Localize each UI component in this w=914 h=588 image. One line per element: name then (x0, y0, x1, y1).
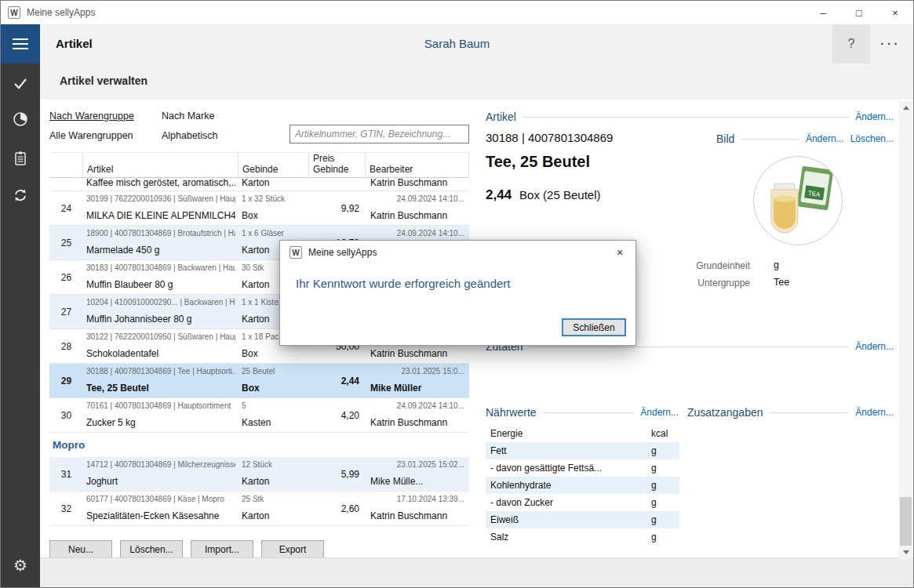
delete-button[interactable]: Löschen... (120, 540, 183, 558)
nutrient-row: - davon gesättigte Fettsä...g (486, 459, 679, 477)
scrollbar-thumb[interactable] (900, 497, 912, 546)
cell-artikel: 30199 | 7622200010936 | Süßwaren | Haup.… (83, 191, 239, 225)
gebinde-einheit: Box (242, 210, 306, 221)
zutaten-change-link[interactable]: Ändern... (855, 341, 894, 352)
untergruppe-value: Tee (774, 277, 789, 288)
more-options-button[interactable]: ··· (872, 24, 907, 64)
arrow-up-icon (903, 106, 909, 110)
zusatzangaben-change-link[interactable]: Ändern... (855, 407, 894, 418)
vertical-scrollbar[interactable] (899, 101, 912, 559)
nutrient-unit: g (651, 514, 679, 525)
bearbeiter-name: Katrin Buschmann (370, 348, 464, 359)
close-button[interactable]: × (877, 1, 913, 24)
cell-artikel: Kaffee misch geröstet, aromatisch,... (83, 178, 239, 191)
artikel-change-link[interactable]: Ändern... (855, 111, 894, 122)
article-name: Tee, 25 Beutel (486, 153, 590, 171)
gebinde-einheit: Kasten (242, 417, 306, 428)
sidebar-item-tasks[interactable] (1, 67, 40, 99)
cell-row-number: 25 (49, 226, 83, 260)
import-button[interactable]: Import... (191, 540, 253, 558)
table-row[interactable]: Kaffee misch geröstet, aromatisch,...Kar… (49, 178, 469, 191)
naehrwerte-section-header: Nährwerte Ändern... (486, 406, 679, 419)
col-header-number[interactable] (49, 153, 83, 177)
table-row[interactable]: 2430199 | 7622200010936 | Süßwaren | Hau… (49, 191, 469, 226)
sidebar-item-statistics[interactable] (1, 103, 40, 135)
filter-all-warengruppen[interactable]: Alle Warengruppen (49, 130, 133, 141)
table-row[interactable]: 3114712 | 4007801304869 | Milcherzeugnis… (49, 457, 469, 492)
artikel-meta: 10204 | 4100910000290... | Backwaren | H… (86, 298, 235, 307)
bearbeiter-name: Katrin Buschmann (370, 417, 464, 428)
search-input[interactable] (289, 125, 469, 143)
nutrient-row: - davon Zuckerg (486, 494, 679, 511)
artikel-name: Zucker 5 kg (86, 417, 235, 428)
gebinde-menge: 1 x 32 Stück (242, 194, 306, 204)
cell-preis: 2,44 (309, 364, 366, 397)
dialog-schliessen-button[interactable]: Schließen (562, 318, 626, 336)
filter-by-warengruppe[interactable]: Nach Warengruppe (49, 111, 134, 122)
naehrwerte-section-title: Nährwerte (486, 406, 537, 419)
artikel-name: Tee, 25 Beutel (86, 383, 235, 394)
table-row-clipped[interactable]: Kaffee misch geröstet, aromatisch,...Kar… (49, 178, 469, 191)
bild-change-link[interactable]: Ändern... (806, 133, 844, 144)
gebinde-menge: 25 Beutel (242, 367, 306, 376)
artikel-name: Marmelade 450 g (86, 245, 235, 256)
dialog-message: Ihr Kenntwort wurde erforgreich geändert (296, 277, 510, 290)
help-button[interactable]: ? (832, 24, 870, 64)
divider (523, 117, 849, 118)
hamburger-menu-button[interactable] (1, 24, 40, 64)
artikel-name: Spezialitäten-Ecken Käsesahne (86, 510, 235, 521)
filter-by-marke[interactable]: Nach Marke (162, 111, 214, 122)
article-id-gtin: 30188 | 4007801304869 (486, 131, 613, 144)
cell-gebinde: Karton (239, 178, 309, 191)
bild-section-header: Bild Ändern... Löschen... (716, 132, 894, 145)
table-row[interactable]: 3070161 | 4007801304869 | Hauptsortiment… (49, 398, 469, 433)
maximize-button[interactable]: □ (841, 1, 877, 24)
nutrient-row: Eiweißg (486, 511, 679, 528)
col-header-bearbeiter[interactable]: Bearbeiter (366, 153, 469, 177)
cell-bearbeiter: 17.10.2024 13:39...Katrin Buschmann (366, 492, 469, 525)
scroll-down-button[interactable] (899, 546, 912, 559)
scroll-up-button[interactable] (899, 101, 912, 114)
cell-bearbeiter: 23.01.2025 15:0...Mike Müller (366, 364, 469, 397)
window-title: Meine sellyApps (27, 7, 95, 18)
app-window: { "window": { "title": "Meine sellyApps"… (0, 0, 914, 588)
cell-bearbeiter: 24.09.2024 14:10...Katrin Buschmann (366, 398, 469, 432)
untergruppe-label: Untergruppe (690, 278, 750, 289)
dialog-close-icon[interactable]: × (604, 241, 635, 264)
bild-delete-link[interactable]: Löschen... (850, 133, 894, 144)
nutrient-name: - davon gesättigte Fettsä... (486, 463, 651, 474)
arrow-down-icon (903, 550, 909, 554)
nutrient-name: Fett (486, 445, 651, 456)
cell-gebinde: 25 BeutelBox (239, 364, 309, 397)
article-price: 2,44 (486, 187, 512, 203)
message-dialog: W Meine sellyApps × Ihr Kenntwort wurde … (279, 240, 636, 346)
table-row[interactable]: 3260177 | 4007801304869 | Käse | MoproSp… (49, 492, 469, 526)
artikel-meta: 14712 | 4007801304869 | Milcherzeugnisse… (86, 460, 235, 470)
cell-artikel: 18900 | 4007801304869 | Brotaufstrich | … (83, 226, 239, 260)
export-button[interactable]: Export (261, 540, 324, 558)
filter-alphabetical[interactable]: Alphabetisch (162, 130, 218, 141)
bearbeiter-datum: 23.01.2025 15:02... (370, 460, 464, 470)
bild-section-title: Bild (716, 132, 734, 145)
bearbeiter-datum: 17.10.2024 13:39... (370, 495, 464, 504)
table-header-row: Artikel Gebinde PreisGebinde Bearbeiter (49, 152, 469, 178)
user-name-button[interactable]: Sarah Baum (424, 24, 490, 64)
table-row[interactable]: 2930188 | 4007801304869 | Tee | Hauptsor… (49, 364, 469, 398)
col-header-preis-gebinde[interactable]: PreisGebinde (309, 153, 366, 177)
bearbeiter-datum: 24.09.2024 14:10... (370, 401, 464, 411)
col-header-artikel[interactable]: Artikel (83, 153, 239, 177)
naehrwerte-change-link[interactable]: Ändern... (640, 407, 679, 418)
hamburger-icon (13, 38, 28, 40)
nutrient-name: Salz (486, 532, 651, 543)
sidebar: ⚙ (1, 64, 40, 587)
gear-icon: ⚙ (13, 557, 27, 573)
minimize-button[interactable]: – (805, 1, 841, 24)
sidebar-item-sync[interactable] (1, 180, 40, 211)
new-button[interactable]: Neu... (49, 540, 112, 558)
subheader-strip: Artikel verwalten (40, 64, 913, 100)
sidebar-item-settings[interactable]: ⚙ (1, 550, 40, 581)
col-header-gebinde[interactable]: Gebinde (239, 153, 309, 177)
sidebar-item-articles[interactable] (1, 143, 40, 174)
article-price-unit: Box (25 Beutel) (519, 188, 600, 201)
titlebar: W Meine sellyApps – □ × (1, 1, 913, 24)
